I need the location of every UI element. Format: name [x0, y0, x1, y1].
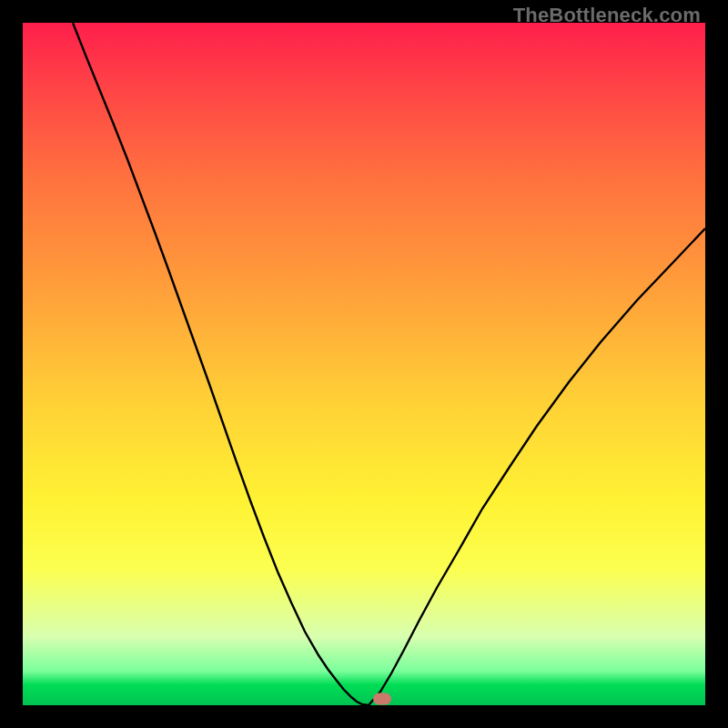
curve-path: [73, 23, 705, 705]
bottleneck-curve: [23, 23, 705, 705]
optimal-point-marker: [373, 693, 391, 705]
chart-frame: TheBottleneck.com: [0, 0, 728, 728]
watermark-label: TheBottleneck.com: [513, 4, 701, 27]
